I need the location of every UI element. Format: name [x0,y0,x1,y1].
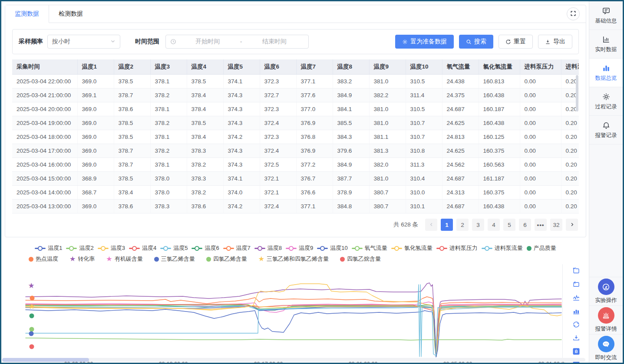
legend-line-marker-icon [98,246,109,251]
table-row[interactable]: 2025-03-04 14:00:00368.7378.4378.0378.23… [12,186,579,200]
fullscreen-button[interactable] [567,7,580,20]
sidebar-item-报警记录[interactable]: 报警记录 [589,116,623,144]
date-range-picker[interactable]: 开始时间 - 结束时间 [165,35,309,49]
pagination-prev-button[interactable] [425,219,437,231]
table-row[interactable]: 2025-03-04 15:00:00368.9378.5378.0378.33… [12,172,579,186]
reset-button[interactable]: 重置 [499,35,533,49]
download-icon[interactable] [572,334,580,342]
pagination-ellipsis[interactable]: ••• [535,219,547,231]
legend-item-温度3[interactable]: 温度3 [98,244,125,252]
table-cell: 372.3 [260,130,296,144]
refresh-icon[interactable] [572,321,580,328]
table-cell: 376.8 [296,130,333,144]
legend-item-热点温度[interactable]: 热点温度 [29,255,58,263]
pagination-page-4[interactable]: 4 [488,219,500,231]
table-row[interactable]: 2025-03-04 18:00:00369.0378.5378.1378.43… [12,130,579,144]
chevron-right-icon [570,222,574,228]
bar-chart-icon[interactable] [572,307,580,315]
action-buttons: 置为准备数据 搜索 重置 [395,35,572,49]
table-row[interactable]: 2025-03-04 22:00:00369.0378.5378.1378.53… [12,75,579,89]
legend-label: 氯化氢流量 [404,244,433,252]
legend-item-温度8[interactable]: 温度8 [254,244,282,252]
legend-item-三氯乙烯和四氯乙烯含量[interactable]: ★三氯乙烯和四氯乙烯含量 [258,255,329,263]
table-row[interactable]: 2025-03-04 19:00:00369.0378.5378.2378.53… [12,116,579,130]
legend-item-氯化氢流量[interactable]: 氯化氢流量 [391,244,433,252]
table-row[interactable]: 2025-03-04 13:00:00369.0378.6378.3378.63… [12,200,579,213]
chevron-left-icon [429,222,434,228]
sidebar-item-过程记录[interactable]: 过程记录 [589,87,623,116]
chart-plot-area[interactable]: 02-09 00:0002-13 00:0002-17 00:0002-21 0… [22,267,586,364]
delete-icon[interactable] [572,348,580,355]
legend-line-marker-icon [35,246,46,251]
table-row[interactable]: 2025-03-04 21:00:00369.1378.7378.2378.43… [12,89,579,102]
legend-item-氧气流量[interactable]: 氧气流量 [352,244,387,252]
pagination-page-6[interactable]: 6 [519,219,531,231]
end-time-placeholder[interactable]: 结束时间 [244,38,304,46]
search-button[interactable]: 搜索 [459,35,493,49]
table-cell: 311.3 [406,158,442,172]
table-cell: 381.3 [369,144,406,158]
sidebar-item-报警详情[interactable]: 报警详情 [589,305,623,334]
table-row[interactable]: 2025-03-04 16:00:00369.0378.7378.1378.23… [12,158,579,172]
sidebar-item-实验操作[interactable]: 实验操作 [589,277,623,305]
legend-item-温度6[interactable]: 温度6 [191,244,219,252]
table-row[interactable]: 2025-03-04 20:00:00369.0378.6378.1378.43… [12,102,579,116]
legend-item-温度7[interactable]: 温度7 [223,244,251,252]
tab-monitor-data[interactable]: 监测数据 [5,5,49,23]
set-prepared-data-button[interactable]: 置为准备数据 [395,35,454,49]
pagination-next-button[interactable] [566,219,578,231]
frequency-select[interactable]: 按小时 [47,35,120,49]
legend-item-三氯乙烯含量[interactable]: 三氯乙烯含量 [154,255,195,263]
legend-item-温度9[interactable]: 温度9 [286,244,313,252]
legend-item-产品质量[interactable]: 产品质量 [527,244,556,252]
legend-item-温度10[interactable]: 温度10 [317,244,347,252]
horizontal-scrollbar-track[interactable] [2,358,585,362]
sidebar-item-即时交流[interactable]: 即时交流 [589,334,623,363]
zoom-restore-icon[interactable] [572,280,580,288]
pagination-page-5[interactable]: 5 [503,219,515,231]
legend-item-四氯乙烷含量[interactable]: 四氯乙烷含量 [340,255,381,263]
table-cell: 378.2 [187,158,223,172]
table-cell: 2025-03-04 16:00:00 [12,158,77,172]
table-cell: 0.00 [520,186,561,200]
table-head: 采集时间温度1温度2温度3温度4温度5温度6温度7温度8温度9温度10氧气流量氯… [12,59,579,75]
pagination-page-1[interactable]: 1 [441,219,453,231]
table-vertical-scrollbar[interactable] [576,75,578,111]
sidebar-item-实时数据[interactable]: 实时数据 [589,30,623,59]
line-chart-icon[interactable] [572,294,580,302]
pagination-page-3[interactable]: 3 [472,219,484,231]
legend-item-温度1[interactable]: 温度1 [35,244,62,252]
export-button[interactable]: 导出 [538,35,572,49]
tab-spacer [92,5,567,23]
series-line-温度5 [26,306,561,356]
table-cell: 0.00 [520,172,561,186]
legend-item-进料泵流量[interactable]: 进料泵流量 [482,244,523,252]
tab-inspection-data[interactable]: 检测数据 [49,5,92,23]
table-cell: 378.2 [150,144,187,158]
pagination-page-32[interactable]: 32 [550,219,562,231]
zoom-select-icon[interactable] [572,267,580,275]
table-cell: 378.6 [114,102,150,116]
series-line-氯化氢流量 [26,284,561,356]
pagination-page-2[interactable]: 2 [456,219,469,231]
legend-item-进料泵压力[interactable]: 进料泵压力 [436,244,478,252]
legend-item-温度4[interactable]: 温度4 [129,244,156,252]
sidebar-item-基础信息[interactable]: 基础信息 [589,1,623,30]
start-time-placeholder[interactable]: 开始时间 [178,38,238,46]
table-cell: 378.7 [114,144,150,158]
legend-item-转化率[interactable]: ★转化率 [69,255,95,263]
table-cell: 374.1 [223,75,260,89]
legend-item-温度2[interactable]: 温度2 [66,244,93,252]
legend-line-marker-icon [191,246,202,251]
table-row[interactable]: 2025-03-04 17:00:00369.0378.7378.2378.33… [12,144,579,158]
sidebar-item-label: 实验操作 [595,297,617,304]
table-cell: 372.4 [260,200,296,213]
table-cell: 378.4 [187,130,223,144]
legend-item-有机碳含量[interactable]: ★有机碳含量 [106,255,142,263]
legend-item-温度5[interactable]: 温度5 [160,244,188,252]
legend-item-四氯乙烯含量[interactable]: 四氯乙烯含量 [206,255,247,263]
sidebar-item-数据总览[interactable]: 数据总览 [589,59,623,87]
horizontal-scrollbar-thumb[interactable] [2,358,89,362]
table-cell: 160.375 [479,186,520,200]
legend-label: 有机碳含量 [115,255,143,263]
